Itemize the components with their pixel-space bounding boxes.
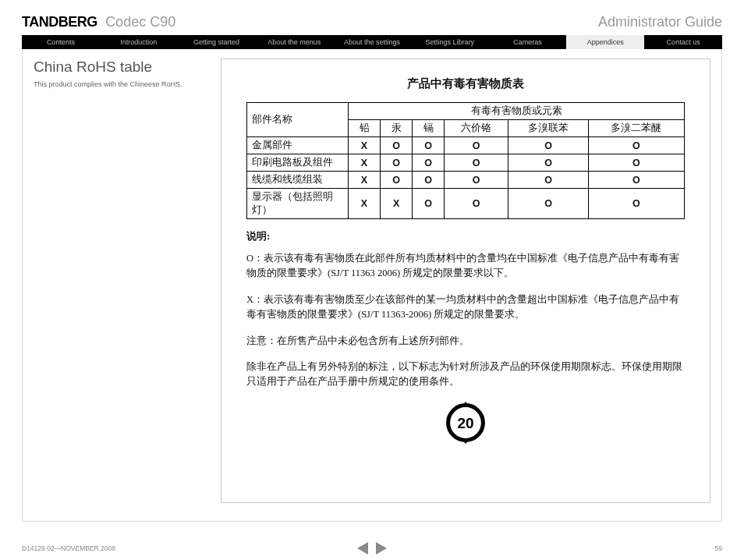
value-cell: O [508, 189, 589, 219]
value-cell: O [588, 189, 684, 219]
col-substance: 汞 [381, 120, 413, 137]
explain-heading: 说明: [246, 230, 685, 243]
col-substance: 六价铬 [445, 120, 508, 137]
section-title: China RoHS table [34, 58, 205, 76]
top-nav: ContentsIntroductionGetting startedAbout… [22, 35, 722, 49]
nav-tab[interactable]: Cameras [489, 35, 567, 49]
table-row: 线缆和线缆组装XOOOOO [247, 172, 685, 189]
document-title: Administrator Guide [598, 14, 722, 30]
table-row: 印刷电路板及组件XOOOOO [247, 154, 685, 172]
explain-note: 注意：在所售产品中未必包含所有上述所列部件。 [246, 334, 685, 349]
value-cell: O [588, 154, 684, 172]
page-number: 59 [715, 544, 722, 552]
value-cell: O [381, 137, 413, 154]
value-cell: O [445, 154, 508, 172]
col-substance: 多溴二苯醚 [588, 120, 684, 137]
col-substance: 铅 [349, 120, 381, 137]
page-header: TANDBERG Codec C90 Administrator Guide [22, 14, 722, 30]
value-cell: O [445, 172, 508, 189]
value-cell: X [349, 172, 381, 189]
nav-tab[interactable]: About the menus [255, 35, 333, 49]
value-cell: O [588, 172, 684, 189]
nav-tab[interactable]: Introduction [100, 35, 178, 49]
page-nav-arrows [357, 542, 387, 555]
value-cell: X [349, 137, 381, 154]
value-cell: O [508, 172, 589, 189]
env-use-period-icon: 20 [444, 401, 487, 445]
prev-page-arrow-icon[interactable] [357, 542, 368, 555]
brand-logo: TANDBERG [22, 14, 97, 30]
col-substance: 多溴联苯 [508, 120, 589, 137]
nav-tab[interactable]: Contact us [644, 35, 722, 49]
table-row: 显示器（包括照明灯）XXOOOO [247, 189, 685, 219]
value-cell: O [588, 137, 684, 154]
rohs-table: 部件名称有毒有害物质或元素铅汞镉六价铬多溴联苯多溴二苯醚金属部件XOOOOO印刷… [246, 102, 685, 219]
col-part-name: 部件名称 [247, 103, 349, 137]
col-substance: 镉 [413, 120, 445, 137]
content-area: China RoHS table This product complies w… [22, 49, 722, 522]
value-cell: O [413, 154, 445, 172]
explain-o: O：表示该有毒有害物质在此部件所有均质材料中的含量均在中国标准《电子信息产品中有… [246, 251, 685, 282]
value-cell: X [349, 189, 381, 219]
rohs-document: 产品中有毒有害物质表 部件名称有毒有害物质或元素铅汞镉六价铬多溴联苯多溴二苯醚金… [221, 58, 710, 503]
env-use-period-mark: 20 [246, 401, 685, 448]
nav-tab[interactable]: Appendices [566, 35, 644, 49]
nav-tab[interactable]: About the settings [333, 35, 411, 49]
value-cell: O [381, 172, 413, 189]
value-cell: X [381, 189, 413, 219]
part-cell: 金属部件 [247, 137, 349, 154]
value-cell: O [381, 154, 413, 172]
explain-x: X：表示该有毒有害物质至少在该部件的某一均质材料中的含量超出中国标准《电子信息产… [246, 292, 685, 323]
value-cell: O [508, 137, 589, 154]
col-group-header: 有毒有害物质或元素 [349, 103, 685, 120]
part-cell: 印刷电路板及组件 [247, 154, 349, 172]
nav-tab[interactable]: Contents [22, 35, 100, 49]
value-cell: O [413, 137, 445, 154]
nav-tab[interactable]: Getting started [178, 35, 256, 49]
value-cell: O [413, 189, 445, 219]
section-subtitle: This product complies with the Chineese … [34, 80, 205, 88]
nav-tab[interactable]: Settings Library [411, 35, 489, 49]
sidebar: China RoHS table This product complies w… [34, 58, 205, 512]
value-cell: O [445, 189, 508, 219]
value-cell: O [445, 137, 508, 154]
part-cell: 线缆和线缆组装 [247, 172, 349, 189]
doc-reference: D14129.02—NOVEMBER 2008 [22, 544, 115, 552]
rohs-title: 产品中有毒有害物质表 [246, 76, 685, 91]
page-footer: D14129.02—NOVEMBER 2008 59 [22, 544, 722, 552]
value-cell: O [508, 154, 589, 172]
value-cell: O [413, 172, 445, 189]
svg-text:20: 20 [457, 414, 473, 431]
explain-env: 除非在产品上有另外特别的标注，以下标志为针对所涉及产品的环保使用期限标志。环保使… [246, 360, 685, 390]
product-model: Codec C90 [105, 14, 175, 30]
value-cell: X [349, 154, 381, 172]
table-row: 金属部件XOOOOO [247, 137, 685, 154]
part-cell: 显示器（包括照明灯） [247, 189, 349, 219]
next-page-arrow-icon[interactable] [376, 542, 387, 555]
